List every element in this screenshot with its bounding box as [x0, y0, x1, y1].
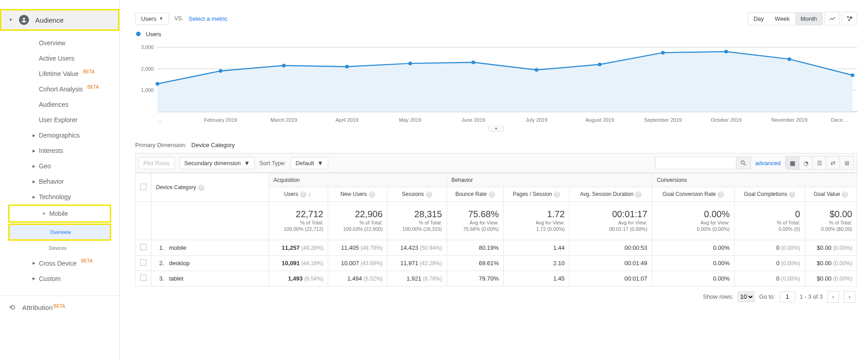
- sidebar-item-technology[interactable]: ▶ Technology: [0, 189, 119, 205]
- secondary-dimension-button[interactable]: Secondary dimension ▼: [179, 157, 255, 169]
- cell-device[interactable]: 2. desktop: [151, 255, 269, 271]
- comparison-view-icon[interactable]: ⇄: [826, 157, 840, 169]
- help-icon[interactable]: ?: [300, 191, 307, 198]
- select-all-checkbox[interactable]: [140, 184, 146, 190]
- col-group-acquisition: Acquisition: [269, 173, 447, 187]
- sidebar-item-mobile-devices[interactable]: Devices: [0, 241, 119, 255]
- main-content: Users ▼ VS. Select a metric Day Week Mon…: [120, 0, 868, 362]
- search-button[interactable]: [736, 157, 751, 169]
- search-input[interactable]: [655, 157, 736, 169]
- help-icon[interactable]: ?: [426, 191, 432, 198]
- svg-point-22: [851, 73, 854, 77]
- svg-point-35: [741, 161, 744, 164]
- help-icon[interactable]: ?: [789, 191, 795, 198]
- col-device-category[interactable]: Device Category: [156, 184, 196, 191]
- col-pages-session[interactable]: Pages / Session?: [504, 187, 570, 202]
- advanced-link[interactable]: advanced: [755, 160, 781, 167]
- nav-label: Overview: [39, 39, 65, 47]
- sidebar-bottom: ⟲ AttributionBETA: [0, 295, 119, 317]
- chevron-down-icon: ▾: [495, 126, 497, 131]
- sidebar-item-geo[interactable]: ▶ Geo: [0, 158, 119, 174]
- col-goal-value[interactable]: Goal Value?: [805, 187, 857, 202]
- row-checkbox[interactable]: [140, 275, 146, 281]
- svg-point-21: [788, 57, 791, 61]
- svg-point-17: [535, 68, 538, 71]
- svg-text:July 2019: July 2019: [526, 117, 547, 123]
- svg-text:February 2019: February 2019: [204, 117, 237, 123]
- motion-chart-icon[interactable]: [842, 12, 857, 25]
- col-bounce-rate[interactable]: Bounce Rate?: [447, 187, 504, 202]
- plot-rows-button[interactable]: Plot Rows: [138, 157, 175, 169]
- nav-label: Audiences: [39, 101, 68, 108]
- col-avg-session-duration[interactable]: Avg. Session Duration?: [570, 187, 652, 202]
- primary-dimension-row: Primary Dimension: Device Category: [135, 142, 857, 148]
- svg-text:September 2019: September 2019: [644, 117, 682, 123]
- help-icon[interactable]: ?: [554, 191, 560, 198]
- sidebar-item-lifetime-value[interactable]: Lifetime ValueBETA: [0, 66, 119, 81]
- row-checkbox[interactable]: [140, 259, 146, 266]
- help-icon[interactable]: ?: [369, 191, 375, 198]
- caret-down-icon: ▼: [159, 16, 163, 21]
- pivot-view-icon[interactable]: ⊞: [840, 157, 854, 169]
- chart-expander[interactable]: ▾: [489, 125, 504, 132]
- svg-text:June 2019: June 2019: [462, 117, 486, 123]
- sort-default-button[interactable]: Default ▼: [291, 157, 328, 169]
- svg-text:1,000: 1,000: [141, 88, 154, 93]
- svg-point-14: [345, 65, 349, 68]
- cell-device[interactable]: 1. mobile: [151, 240, 269, 255]
- help-icon[interactable]: ?: [842, 191, 848, 198]
- sidebar-item-cohort-analysis[interactable]: Cohort AnalysisBETA: [0, 81, 119, 97]
- next-page-button[interactable]: ›: [844, 291, 855, 303]
- range-day[interactable]: Day: [748, 13, 769, 25]
- metric-selector[interactable]: Users ▼: [135, 13, 169, 25]
- sort-desc-icon: ↓: [308, 191, 311, 197]
- sidebar-item-active-users[interactable]: Active Users: [0, 51, 119, 66]
- col-sessions[interactable]: Sessions?: [387, 187, 447, 202]
- attribution-icon: ⟲: [9, 303, 15, 312]
- nav-label: Technology: [39, 193, 71, 200]
- help-icon[interactable]: ?: [489, 191, 495, 198]
- cell-device[interactable]: 3. tablet: [151, 271, 269, 286]
- sidebar-item-mobile[interactable]: ▼ Mobile: [9, 206, 110, 221]
- col-users[interactable]: Users?↓: [269, 187, 328, 202]
- nav-label: Custom: [39, 275, 61, 282]
- help-icon[interactable]: ?: [635, 191, 642, 198]
- caret-right-icon: ▶: [33, 261, 35, 265]
- help-icon[interactable]: ?: [717, 191, 724, 198]
- sidebar-item-behavior[interactable]: ▶ Behavior: [0, 174, 119, 189]
- nav-label: Devices: [49, 245, 66, 251]
- prev-page-button[interactable]: ‹: [827, 291, 839, 303]
- caret-right-icon: ▶: [33, 164, 35, 168]
- beta-badge: BETA: [87, 85, 99, 90]
- goto-input[interactable]: [780, 291, 795, 302]
- chart-legend: Users: [136, 31, 857, 38]
- bar-view-icon[interactable]: ☰: [813, 157, 826, 169]
- row-checkbox[interactable]: [140, 244, 146, 250]
- sidebar-item-overview[interactable]: Overview: [0, 35, 119, 51]
- sidebar-item-user-explorer[interactable]: User Explorer: [0, 112, 119, 128]
- line-chart-icon[interactable]: [825, 12, 840, 25]
- range-week[interactable]: Week: [769, 13, 795, 25]
- sidebar-item-mobile-overview[interactable]: Overview: [9, 225, 110, 239]
- sidebar-item-interests[interactable]: ▶ Interests: [0, 143, 119, 158]
- select-metric-link[interactable]: Select a metric: [189, 15, 227, 22]
- caret-right-icon: ▶: [33, 276, 35, 281]
- sidebar-item-cross-device[interactable]: ▶ Cross DeviceBETA: [0, 256, 119, 271]
- pie-view-icon[interactable]: ◔: [799, 157, 813, 169]
- sidebar-item-custom[interactable]: ▶ Custom: [0, 271, 119, 286]
- goto-label: Go to:: [759, 293, 775, 300]
- col-new-users[interactable]: New Users?: [328, 187, 387, 202]
- svg-text:May 2019: May 2019: [399, 117, 421, 123]
- range-month[interactable]: Month: [795, 13, 822, 25]
- svg-text:Dece…: Dece…: [831, 117, 848, 123]
- nav-section-audience[interactable]: ▼ Audience: [0, 9, 119, 31]
- nav-attribution[interactable]: ⟲ AttributionBETA: [0, 298, 119, 317]
- col-goal-completions[interactable]: Goal Completions?: [735, 187, 805, 202]
- rows-select[interactable]: 10: [738, 291, 755, 302]
- sidebar-item-audiences[interactable]: Audiences: [0, 97, 119, 112]
- pagination: Show rows: 10 Go to: 1 - 3 of 3 ‹ ›: [135, 286, 857, 307]
- col-goal-conversion-rate[interactable]: Goal Conversion Rate?: [652, 187, 734, 202]
- table-view-icon[interactable]: ▦: [786, 157, 799, 169]
- help-icon[interactable]: ?: [198, 185, 204, 191]
- sidebar-item-demographics[interactable]: ▶ Demographics: [0, 128, 119, 143]
